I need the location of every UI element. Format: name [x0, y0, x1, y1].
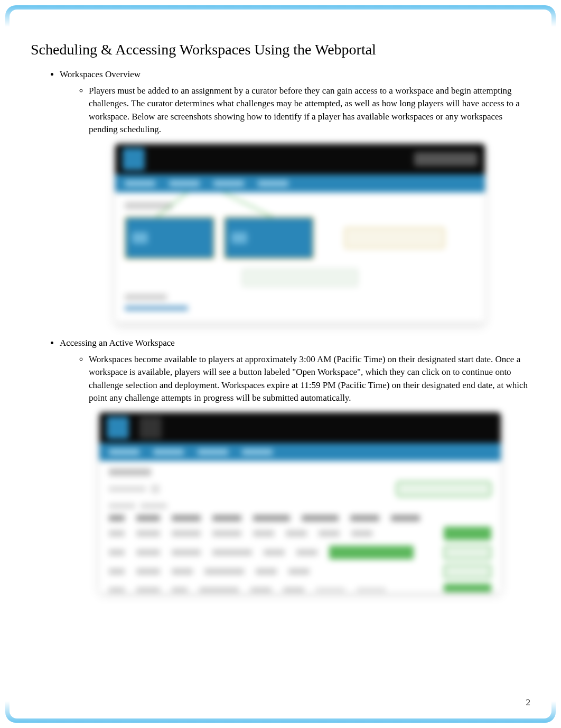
screenshot-navbar: [115, 174, 485, 192]
screenshot-table-row: [109, 527, 491, 540]
screenshot-callout: [344, 227, 445, 248]
screenshot-green-callout: [396, 481, 491, 497]
screenshot-title-block: [414, 152, 478, 166]
screenshot-nav-item: [213, 180, 244, 187]
section-body-text: Players must be added to an assignment b…: [89, 85, 530, 137]
screenshot-header: [99, 412, 501, 443]
screenshot-green-annotation: [329, 546, 414, 559]
section-heading: Accessing an Active Workspace: [60, 338, 175, 348]
screenshot-header-cell: [136, 515, 160, 521]
screenshot-table-row: [109, 546, 491, 559]
screenshot-filter-label: [109, 486, 146, 492]
screenshot-navbar: [99, 443, 501, 461]
screenshot-cell: [109, 549, 125, 556]
screenshot-cell: [288, 568, 310, 575]
screenshot-icon-block: [139, 417, 162, 439]
screenshot-card-value: [132, 232, 148, 244]
screenshot-logo: [123, 148, 145, 170]
screenshot-nav-item: [198, 449, 228, 455]
screenshot-open-workspace-button: [444, 527, 491, 540]
screenshot-filter-row: [109, 503, 491, 509]
screenshot-cell: [109, 530, 125, 537]
screenshot-cell: [253, 530, 274, 537]
screenshot-active-workspace: [99, 412, 501, 592]
page-border: Scheduling & Accessing Workspaces Using …: [5, 5, 556, 723]
section-body-text: Workspaces become available to players a…: [89, 353, 530, 406]
section-item: Workspaces Overview Players must be adde…: [60, 68, 530, 324]
screenshot-cell: [264, 549, 285, 556]
screenshot-body: [115, 192, 485, 320]
screenshot-cell: [136, 568, 160, 575]
screenshot-header-cell: [212, 515, 241, 521]
screenshot-cell: [172, 568, 193, 575]
screenshot-nav-item: [109, 449, 139, 455]
screenshot-link: [125, 306, 188, 311]
section-heading: Workspaces Overview: [60, 69, 141, 79]
screenshot-cell: [109, 587, 125, 592]
screenshot-cell: [351, 530, 372, 537]
screenshot-nav-item: [125, 180, 155, 187]
screenshot-nav-item: [242, 449, 273, 455]
screenshot-card: [125, 217, 214, 259]
screenshot-cell: [212, 549, 252, 556]
screenshot-cell: [212, 530, 241, 537]
screenshot-cell: [250, 587, 272, 592]
screenshot-logo: [107, 417, 129, 439]
screenshot-header-cell: [253, 515, 290, 521]
screenshot-cell: [319, 530, 340, 537]
screenshot-cell: [172, 587, 188, 592]
screenshot-label: [125, 294, 167, 300]
screenshot-nav-item: [153, 449, 184, 455]
screenshot-table-header: [109, 515, 491, 521]
screenshot-cell: [136, 587, 160, 592]
screenshot-cell: [136, 549, 160, 556]
page-number: 2: [526, 697, 531, 708]
section-list: Workspaces Overview Players must be adde…: [31, 68, 530, 592]
screenshot-card: [224, 217, 314, 259]
section-sublist: Players must be added to an assignment b…: [60, 85, 530, 137]
page-content: Scheduling & Accessing Workspaces Using …: [10, 10, 551, 718]
screenshot-table: [109, 515, 491, 592]
screenshot-header: [115, 144, 485, 174]
screenshot-workspaces-overview: [115, 144, 485, 324]
screenshot-open-workspace-button: [444, 584, 491, 592]
screenshot-nav-item: [169, 180, 200, 187]
screenshot-filter-label: [109, 503, 135, 509]
screenshot-cell: [296, 549, 317, 556]
screenshot-header-cell: [350, 515, 379, 521]
screenshot-filter-label: [141, 503, 167, 509]
screenshot-body: [99, 461, 501, 592]
screenshot-header-cell: [172, 515, 201, 521]
screenshot-heading: [109, 468, 151, 476]
page-title: Scheduling & Accessing Workspaces Using …: [31, 41, 530, 58]
screenshot-card-value: [231, 232, 247, 244]
screenshot-filter-control: [151, 485, 160, 493]
screenshot-cell: [136, 530, 160, 537]
screenshot-cell: [286, 530, 307, 537]
screenshot-table-row: [109, 584, 491, 592]
screenshot-nav-item: [258, 180, 288, 187]
screenshot-table-row: [109, 565, 491, 578]
screenshot-header-cell: [109, 515, 125, 521]
screenshot-cell: [256, 568, 277, 575]
screenshot-cell: [204, 568, 244, 575]
screenshot-cell: [172, 549, 201, 556]
screenshot-button: [444, 546, 491, 559]
section-sublist: Workspaces become available to players a…: [60, 353, 530, 406]
screenshot-header-cell: [391, 515, 420, 521]
screenshot-button: [444, 565, 491, 578]
screenshot-callout: [242, 269, 358, 287]
screenshot-cell: [357, 587, 386, 592]
screenshot-section-label: [125, 202, 172, 209]
screenshot-cell: [283, 587, 304, 592]
screenshot-filter-row: [109, 481, 491, 497]
screenshot-card-row: [125, 217, 475, 259]
screenshot-cell: [316, 587, 345, 592]
section-item: Accessing an Active Workspace Workspaces…: [60, 336, 530, 592]
screenshot-cell: [172, 530, 201, 537]
screenshot-cell: [109, 568, 125, 575]
screenshot-header-cell: [302, 515, 339, 521]
screenshot-cell: [199, 587, 239, 592]
